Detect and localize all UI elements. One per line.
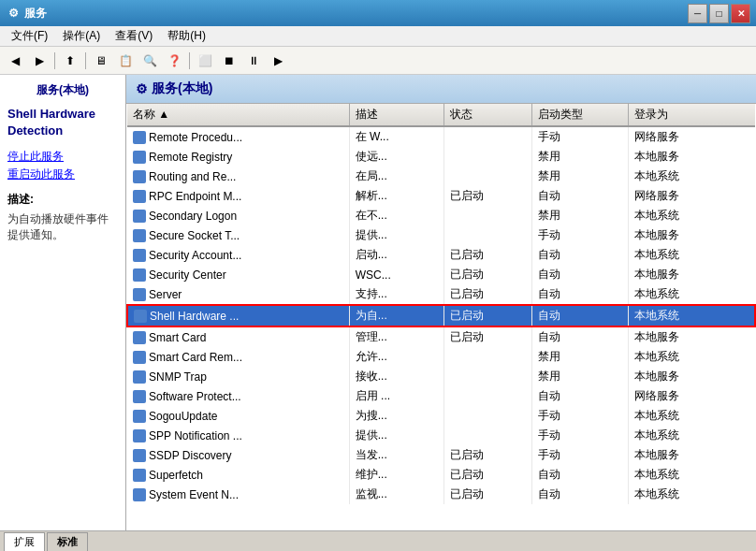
show-hide-button[interactable]: 🖥 <box>90 51 112 71</box>
table-row[interactable]: Shell Hardware ...为自...已启动自动本地系统 <box>127 305 755 326</box>
back-button[interactable]: ◀ <box>4 51 26 71</box>
service-icon <box>133 390 146 403</box>
service-startup: 禁用 <box>531 367 628 386</box>
stop-button[interactable]: ⏹ <box>218 51 240 71</box>
service-name: SogouUpdate <box>149 410 217 423</box>
service-startup: 自动 <box>531 465 628 485</box>
service-login: 网络服务 <box>628 386 755 406</box>
service-name: Security Account... <box>149 249 241 262</box>
service-status: 已启动 <box>444 265 531 284</box>
table-row[interactable]: Routing and Re...在局...禁用本地系统 <box>127 167 755 186</box>
service-status <box>444 225 531 245</box>
table-row[interactable]: Smart Card管理...已启动自动本地服务 <box>127 326 755 347</box>
up-button[interactable]: ⬆ <box>59 51 81 71</box>
service-status: 已启动 <box>444 305 531 326</box>
service-desc: 提供... <box>349 225 444 245</box>
service-status <box>444 426 531 445</box>
restart-service-link[interactable]: 重启动此服务 <box>7 167 118 182</box>
service-icon <box>133 331 146 344</box>
table-row[interactable]: Secondary Logon在不...禁用本地系统 <box>127 206 755 225</box>
service-desc: 在不... <box>349 206 444 225</box>
table-row[interactable]: Security Account...启动...已启动自动本地系统 <box>127 245 755 265</box>
service-icon <box>133 351 146 364</box>
minimize-button[interactable]: ─ <box>688 4 707 23</box>
table-row[interactable]: Server支持...已启动自动本地系统 <box>127 284 755 305</box>
forward-button[interactable]: ▶ <box>28 51 51 71</box>
service-name: Secure Socket T... <box>149 229 240 242</box>
service-login: 本地服务 <box>628 367 755 386</box>
table-row[interactable]: System Event N...监视...已启动自动本地系统 <box>127 485 755 504</box>
help-button[interactable]: ❓ <box>163 51 185 71</box>
service-startup: 禁用 <box>531 347 628 367</box>
menu-item-操作A[interactable]: 操作(A) <box>55 26 108 46</box>
service-desc: 接收... <box>349 367 444 386</box>
table-row[interactable]: Superfetch维护...已启动自动本地系统 <box>127 465 755 485</box>
services-table[interactable]: 名称 ▲ 描述 状态 启动类型 登录为 Remote Procedu...在 W… <box>126 104 756 530</box>
col-header-startup[interactable]: 启动类型 <box>531 104 628 126</box>
service-login: 本地服务 <box>628 147 755 167</box>
service-icon <box>133 370 146 384</box>
description-section: 描述: 为自动播放硬件事件提供通知。 <box>7 192 118 243</box>
pause-button[interactable]: ⏸ <box>242 51 265 71</box>
table-row[interactable]: Smart Card Rem...允许...禁用本地系统 <box>127 347 755 367</box>
table-row[interactable]: Remote Procedu...在 W...手动网络服务 <box>127 126 755 147</box>
service-status: 已启动 <box>444 485 531 504</box>
left-panel-title: 服务(本地) <box>7 82 118 98</box>
main-area: 服务(本地) Shell Hardware Detection 停止此服务 重启… <box>0 75 756 530</box>
table-row[interactable]: Security CenterWSC...已启动自动本地服务 <box>127 265 755 284</box>
col-header-status[interactable]: 状态 <box>444 104 531 126</box>
menu-item-查看V[interactable]: 查看(V) <box>108 26 160 46</box>
selected-service-name: Shell Hardware Detection <box>7 106 118 139</box>
service-status: 已启动 <box>444 326 531 347</box>
stop-service-link[interactable]: 停止此服务 <box>7 149 118 165</box>
service-startup: 手动 <box>531 225 628 245</box>
export-button[interactable]: ⬜ <box>194 51 216 71</box>
close-button[interactable]: ✕ <box>731 4 750 23</box>
table-row[interactable]: Secure Socket T...提供...手动本地服务 <box>127 225 755 245</box>
window-title: 服务 <box>24 6 688 22</box>
app-icon: ⚙ <box>6 6 21 21</box>
table-row[interactable]: SSDP Discovery当发...已启动手动本地服务 <box>127 445 755 465</box>
menu-item-文件F[interactable]: 文件(F) <box>4 26 55 46</box>
table-row[interactable]: Remote Registry使远...禁用本地服务 <box>127 147 755 167</box>
service-desc: 在局... <box>349 167 444 186</box>
service-name: System Event N... <box>149 488 239 501</box>
service-icon <box>133 410 146 423</box>
table-row[interactable]: RPC Endpoint M...解析...已启动自动网络服务 <box>127 186 755 206</box>
view-button[interactable]: 📋 <box>114 51 137 71</box>
service-startup: 自动 <box>531 386 628 406</box>
services-tbody: Remote Procedu...在 W...手动网络服务Remote Regi… <box>127 126 755 504</box>
col-header-login[interactable]: 登录为 <box>628 104 755 126</box>
service-status <box>444 347 531 367</box>
service-desc: 为搜... <box>349 406 444 426</box>
service-login: 本地系统 <box>628 305 755 326</box>
service-login: 本地系统 <box>628 426 755 445</box>
table-row[interactable]: Software Protect...启用 ...自动网络服务 <box>127 386 755 406</box>
table-row[interactable]: SPP Notification ...提供...手动本地系统 <box>127 426 755 445</box>
service-login: 本地系统 <box>628 465 755 485</box>
service-login: 本地系统 <box>628 347 755 367</box>
service-startup: 手动 <box>531 126 628 147</box>
tab-standard[interactable]: 标准 <box>47 532 88 551</box>
service-desc: 维护... <box>349 465 444 485</box>
service-startup: 手动 <box>531 426 628 445</box>
service-icon <box>133 151 146 164</box>
service-desc: 使远... <box>349 147 444 167</box>
col-header-name[interactable]: 名称 ▲ <box>127 104 349 126</box>
service-icon <box>133 429 146 442</box>
tab-expand[interactable]: 扩展 <box>4 532 45 551</box>
maximize-button[interactable]: □ <box>709 4 729 23</box>
menu-item-帮助H[interactable]: 帮助(H) <box>160 26 213 46</box>
service-login: 网络服务 <box>628 186 755 206</box>
filter-button[interactable]: 🔍 <box>138 51 161 71</box>
service-desc: 支持... <box>349 284 444 305</box>
service-name: Routing and Re... <box>149 170 236 183</box>
table-row[interactable]: SogouUpdate为搜...手动本地系统 <box>127 406 755 426</box>
service-desc: 启动... <box>349 245 444 265</box>
play-button[interactable]: ▶ <box>267 51 289 71</box>
service-icon <box>133 170 146 183</box>
table-row[interactable]: SNMP Trap接收...禁用本地服务 <box>127 367 755 386</box>
col-header-desc[interactable]: 描述 <box>349 104 444 126</box>
service-icon <box>133 449 146 462</box>
service-desc: 当发... <box>349 445 444 465</box>
